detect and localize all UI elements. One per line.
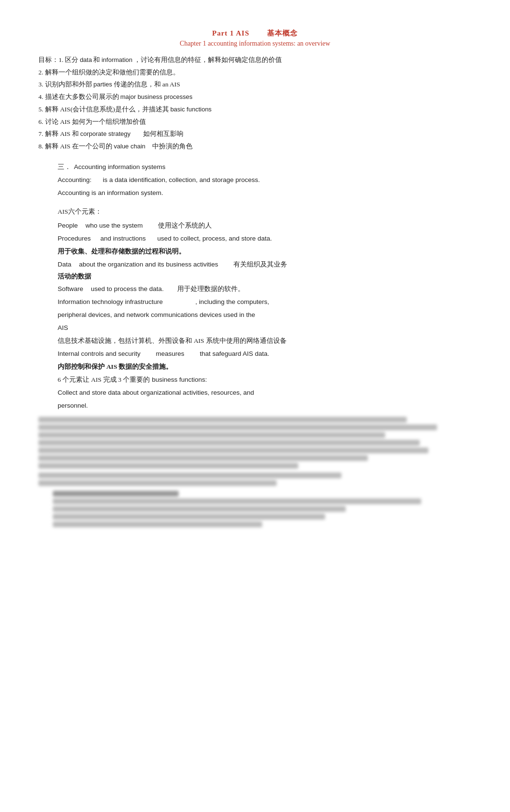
ais-elements-heading: AIS六个元素： bbox=[58, 206, 472, 218]
accounting-def-line2: Accounting is an information system. bbox=[58, 187, 472, 199]
blurred-subsection bbox=[53, 491, 472, 527]
section-iii-block: 三． Accounting information systems Accoun… bbox=[58, 161, 472, 199]
element-it-infra-line2: peripheral devices, and network communic… bbox=[58, 309, 472, 321]
objective-2: 2. 解释一个组织做的决定和做他们需要的信息。 bbox=[38, 67, 472, 78]
objective-3: 3. 识别内部和外部 parties 传递的信息，和 an AIS bbox=[38, 79, 472, 90]
objectives-section: 目标：1. 区分 data 和 information ，讨论有用信息的特征，解… bbox=[38, 54, 472, 152]
procedures-cn: 用于收集、处理和存储数据的过程和说明。 bbox=[58, 246, 472, 258]
blurred-section-2 bbox=[38, 473, 472, 486]
objective-5: 5. 解释 AIS(会计信息系统)是什么，并描述其 basic function… bbox=[38, 104, 472, 115]
obj1-en2: information bbox=[101, 55, 132, 66]
roman-numeral: 三． bbox=[58, 161, 71, 173]
blurred-section-1 bbox=[38, 417, 472, 469]
obj-label: 目标：1. bbox=[38, 54, 63, 66]
ais-elements-section: AIS六个元素： People who use the system 使用这个系… bbox=[58, 206, 472, 412]
element-internal-controls: Internal controls and security measures … bbox=[58, 348, 472, 360]
objective-7: 7. 解释 AIS 和 corporate strategy 如何相互影响 bbox=[38, 128, 472, 140]
accounting-def-line1: Accounting: is a data identification, co… bbox=[58, 174, 472, 186]
obj1-cn1: 区分 bbox=[65, 54, 78, 66]
objective-8: 8. 解释 AIS 在一个公司的 value chain 中扮演的角色 bbox=[38, 141, 472, 152]
chapter-title: Chapter 1 accounting information systems… bbox=[38, 40, 472, 48]
obj1-en1: data bbox=[80, 55, 92, 66]
part-title: Part 1 AIS bbox=[212, 29, 250, 37]
obj1-rest: ，讨论有用信息的特征，解释如何确定信息的价值 bbox=[134, 54, 282, 66]
it-infra-cn: 信息技术基础设施，包括计算机、外围设备和 AIS 系统中使用的网络通信设备 bbox=[58, 335, 472, 347]
function-collect: Collect and store data about organizatio… bbox=[58, 387, 472, 399]
element-procedures: Procedures and instructions used to coll… bbox=[58, 233, 472, 245]
section-iii-heading: 三． Accounting information systems bbox=[58, 161, 472, 173]
internal-controls-cn: 内部控制和保护 AIS 数据的安全措施。 bbox=[58, 361, 472, 373]
element-data: Data about the organization and its busi… bbox=[58, 259, 472, 271]
six-elements-functions: 6 个元素让 AIS 完成 3 个重要的 business functions: bbox=[58, 374, 472, 386]
objective-6: 6. 讨论 AIS 如何为一个组织增加价值 bbox=[38, 116, 472, 128]
page-title-row: Part 1 AIS 基本概念 bbox=[38, 29, 472, 38]
function-collect-cont: personnel. bbox=[58, 400, 472, 412]
element-software: Software used to process the data. 用于处理数… bbox=[58, 283, 472, 295]
part-cn: 基本概念 bbox=[267, 29, 298, 37]
element-people: People who use the system 使用这个系统的人 bbox=[58, 220, 472, 232]
objective-4: 4. 描述在大多数公司展示的 major business processes bbox=[38, 91, 472, 103]
obj1-mid: 和 bbox=[93, 54, 100, 66]
data-cn: 活动的数据 bbox=[58, 271, 472, 283]
element-it-infra-ais: AIS bbox=[58, 322, 472, 334]
section-iii-title: Accounting information systems bbox=[74, 161, 166, 173]
element-it-infra-line1: Information technology infrastructure , … bbox=[58, 296, 472, 308]
objective-1: 目标：1. 区分 data 和 information ，讨论有用信息的特征，解… bbox=[38, 54, 472, 66]
